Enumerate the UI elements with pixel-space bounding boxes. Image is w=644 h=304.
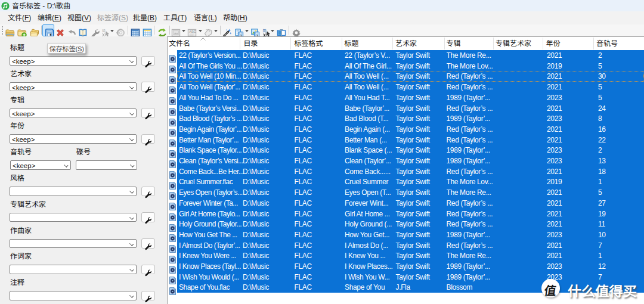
- svg-text:简: 简: [262, 28, 267, 33]
- svg-text:简: 简: [102, 28, 106, 33]
- svg-text:ABC: ABC: [189, 30, 196, 33]
